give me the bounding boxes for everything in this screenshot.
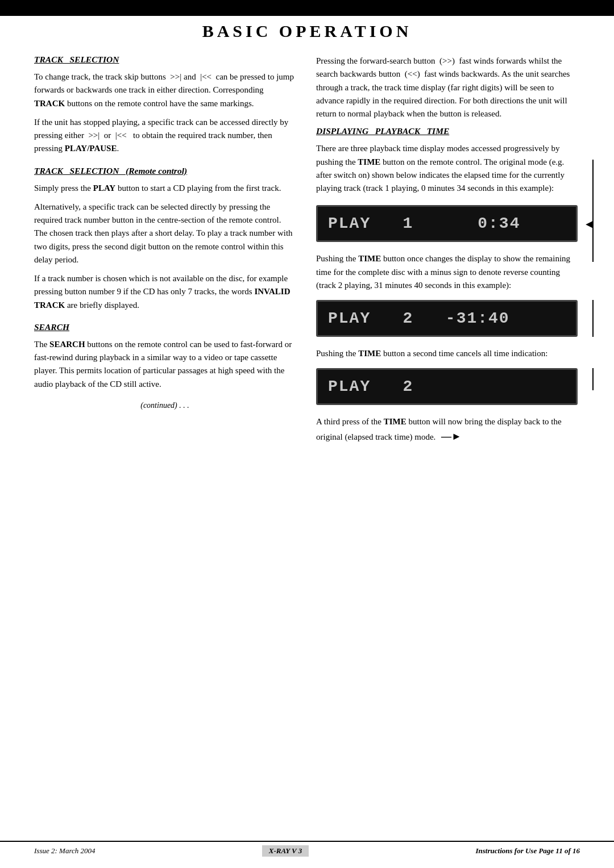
remote-p3: If a track number is chosen which is not…: [34, 272, 296, 312]
header-bar: [0, 0, 614, 16]
lcd3-wrapper: PLAY 2: [316, 368, 578, 405]
search-p1: The SEARCH buttons on the remote con­tro…: [34, 338, 296, 391]
lcd-display-1: PLAY 1 0:34: [316, 205, 578, 242]
content-columns: TRACK SELECTION To change track, the tra…: [34, 55, 580, 450]
bracket-line-1: [592, 160, 594, 262]
playback-p4: A third press of the TIME button will no…: [316, 415, 578, 444]
continued-text: (continued) . . .: [34, 401, 296, 410]
playback-p1: There are three playback time display mo…: [316, 142, 578, 195]
lcd1-wrapper: PLAY 1 0:34 ◄: [316, 205, 578, 242]
right-column: Pressing the forward-search button (>>) …: [316, 55, 578, 450]
lcd2-text: PLAY 2 -31:40: [328, 310, 510, 327]
remote-p1: Simply press the PLAY button to start a …: [34, 182, 296, 195]
track-selection-section: TRACK SELECTION To change track, the tra…: [34, 55, 296, 156]
bracket-line-3: [592, 368, 594, 390]
footer-issue: Issue 2: March 2004: [34, 846, 95, 856]
displaying-playback-title: DISPLAYING PLAYBACK TIME: [316, 126, 578, 136]
track-selection-title: TRACK SELECTION: [34, 55, 296, 65]
search-intro-p: Pressing the forward-search button (>>) …: [316, 55, 578, 120]
lcd3-text: PLAY 2: [328, 378, 413, 395]
lcd1-text: PLAY 1 0:34: [328, 215, 520, 232]
footer-page-info: Instructions for Use Page 11 of 16: [476, 846, 580, 856]
page: BASIC OPERATION TRACK SELECTION To chang…: [0, 0, 614, 868]
playback-p3: Pushing the TIME button a second time ca…: [316, 347, 578, 360]
playback-p2: Pushing the TIME button once changes the…: [316, 252, 578, 292]
footer: Issue 2: March 2004 X-RAY V 3 Instructio…: [0, 841, 614, 857]
remote-p2: Alternatively, a specific track can be s…: [34, 201, 296, 266]
track-selection-p1: To change track, the track skip buttons …: [34, 70, 296, 110]
displaying-playback-section: DISPLAYING PLAYBACK TIME There are three…: [316, 126, 578, 195]
lcd-display-2: PLAY 2 -31:40: [316, 300, 578, 337]
search-title: SEARCH: [34, 322, 296, 332]
bracket-line-2: [592, 300, 594, 337]
track-selection-p2: If the unit has stopped playing, a speci…: [34, 116, 296, 156]
search-section: SEARCH The SEARCH buttons on the remote …: [34, 322, 296, 391]
track-selection-remote-title: TRACK SELECTION (Remote control): [34, 166, 296, 176]
left-column: TRACK SELECTION To change track, the tra…: [34, 55, 296, 450]
footer-product: X-RAY V 3: [262, 845, 309, 857]
lcd-display-3: PLAY 2: [316, 368, 578, 405]
page-title: BASIC OPERATION: [34, 22, 580, 41]
lcd2-wrapper: PLAY 2 -31:40: [316, 300, 578, 337]
track-selection-remote-section: TRACK SELECTION (Remote control) Simply …: [34, 166, 296, 312]
